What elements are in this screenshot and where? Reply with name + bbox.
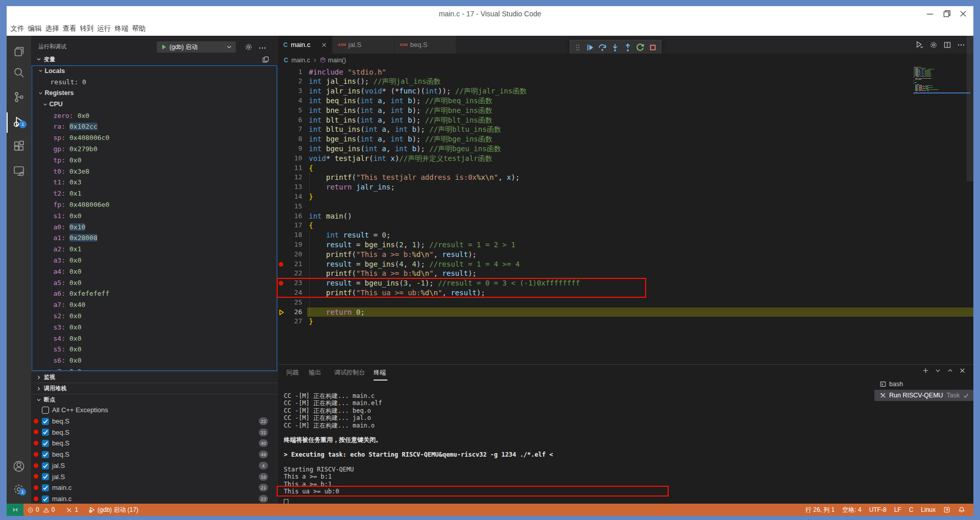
maximize-button[interactable] xyxy=(942,6,952,21)
feedback-icon[interactable] xyxy=(943,506,950,513)
tab-jal.S[interactable]: ASMjal.S xyxy=(333,36,394,54)
tree-item-register-s3[interactable]: s3:0x0 xyxy=(32,321,277,333)
tree-item-register-t1[interactable]: t1:0x3 xyxy=(32,177,277,188)
variables-panel-icon[interactable] xyxy=(262,56,270,63)
explorer-icon[interactable] xyxy=(13,45,25,58)
tree-item-register-a5[interactable]: a5:0x0 xyxy=(32,277,277,288)
more-actions-icon[interactable] xyxy=(957,41,965,49)
tree-item-register-a1[interactable]: a1:0x28008 xyxy=(32,232,277,244)
tree-item-register-s4[interactable]: s4:0x0 xyxy=(32,333,277,344)
cursor-position[interactable]: 行 26, 列 1 xyxy=(805,506,835,514)
chevron-down-icon[interactable] xyxy=(934,367,942,374)
breakpoints-section-header[interactable]: 断点 xyxy=(31,394,278,405)
account-icon[interactable] xyxy=(13,460,25,472)
breakpoint-dot-icon[interactable] xyxy=(279,262,283,267)
tree-item-register-s7[interactable]: s7:0x0 xyxy=(32,366,277,371)
tab-main.c[interactable]: Cmain.c xyxy=(278,36,332,54)
breakpoint-row[interactable]: beq.S49 xyxy=(31,449,278,460)
editor-scrollbar[interactable] xyxy=(967,36,973,181)
panel-tab-调试控制台[interactable]: 调试控制台 xyxy=(334,365,365,380)
breakpoint-row[interactable]: beq.S31 xyxy=(31,427,278,438)
tree-item-register-a7[interactable]: a7:0x40 xyxy=(32,299,277,311)
variables-section-header[interactable]: 变量 xyxy=(31,54,278,65)
tree-item-register-t0[interactable]: t0:0x3e8 xyxy=(32,166,277,177)
tree-item-register-a6[interactable]: a6:0xfefefeff xyxy=(32,288,277,299)
minimize-button[interactable] xyxy=(925,6,935,21)
tab-close-icon[interactable] xyxy=(321,41,328,49)
tree-item-register-s5[interactable]: s5:0x0 xyxy=(32,344,277,355)
problems-status[interactable]: 0 0 xyxy=(27,506,55,513)
tree-item-register-gp[interactable]: gp:0x279b0 xyxy=(32,144,277,155)
panel-tab-终端[interactable]: 终端 xyxy=(374,365,386,380)
tree-item-register-a0[interactable]: a0:0x10 xyxy=(32,221,277,232)
notifications-bell-icon[interactable] xyxy=(958,506,965,513)
breakpoint-row[interactable]: jal.S16 xyxy=(31,471,278,482)
checkbox-checked[interactable] xyxy=(42,462,49,469)
tree-item-registers[interactable]: Registers xyxy=(32,88,277,99)
breakpoint-row[interactable]: jal.S4 xyxy=(31,460,278,471)
menu-item-4[interactable]: 转到 xyxy=(78,24,95,33)
breadcrumb-file[interactable]: main.c xyxy=(291,57,310,64)
breakpoint-row[interactable]: beq.S22 xyxy=(31,416,278,427)
search-icon[interactable] xyxy=(13,66,25,79)
close-button[interactable] xyxy=(958,6,968,21)
tree-item-register-sp[interactable]: sp:0x408006c0 xyxy=(32,132,277,144)
breakpoint-row[interactable]: beq.S40 xyxy=(31,438,278,449)
menu-item-7[interactable]: 帮助 xyxy=(130,24,148,33)
toolbar-grip-icon[interactable] xyxy=(574,43,582,52)
debug-session-status[interactable]: (gdb) 启动 (17) xyxy=(88,506,138,514)
breakpoint-row[interactable]: main.c21 xyxy=(31,482,278,493)
checkbox-checked[interactable] xyxy=(42,473,49,480)
encoding[interactable]: UTF-8 xyxy=(869,506,887,513)
tree-item-register-ra[interactable]: ra:0x102cc xyxy=(32,121,277,132)
remote-explorer-icon[interactable] xyxy=(13,164,25,177)
debug-settings-gear-icon[interactable] xyxy=(244,43,253,51)
tree-item-register-tp[interactable]: tp:0x0 xyxy=(32,154,277,166)
run-file-icon[interactable] xyxy=(915,40,924,49)
source-control-icon[interactable] xyxy=(13,91,25,103)
launch-config-dropdown[interactable]: (gdb) 启动 xyxy=(157,41,236,53)
task-item-Run RISCV-QEMU[interactable]: Run RISCV-QEMUTask xyxy=(874,390,973,401)
step-over-icon[interactable] xyxy=(598,43,607,52)
remote-indicator[interactable] xyxy=(7,504,23,516)
code-area[interactable]: 1#include "stdio.h"2int jal_ins(); //声明j… xyxy=(278,66,973,364)
extensions-icon[interactable] xyxy=(13,140,25,152)
checkbox-checked[interactable] xyxy=(42,440,49,447)
callstack-section-header[interactable]: 调用堆栈 xyxy=(31,383,278,394)
panel-tab-问题[interactable]: 问题 xyxy=(286,365,299,380)
restart-icon[interactable] xyxy=(635,43,645,52)
menu-item-2[interactable]: 选择 xyxy=(43,24,61,33)
tree-item-locals[interactable]: Locals xyxy=(32,65,277,77)
eol-setting[interactable]: LF xyxy=(894,506,901,513)
menu-item-1[interactable]: 编辑 xyxy=(26,24,43,33)
gear-icon[interactable] xyxy=(929,41,938,49)
running-tasks-status[interactable]: 1 xyxy=(66,506,78,513)
tree-item-local-result[interactable]: result: 0 xyxy=(32,77,277,88)
tree-item-register-a2[interactable]: a2:0x1 xyxy=(32,244,277,255)
maximize-panel-icon[interactable] xyxy=(946,367,954,374)
tree-item-register-t2[interactable]: t2:0x1 xyxy=(32,188,277,199)
tree-item-cpu[interactable]: CPU xyxy=(32,99,277,110)
step-into-icon[interactable] xyxy=(610,43,620,52)
checkbox-checked[interactable] xyxy=(42,495,49,503)
breakpoint-exceptions[interactable]: All C++ Exceptions xyxy=(31,405,278,416)
new-terminal-icon[interactable] xyxy=(922,367,929,374)
checkbox-checked[interactable] xyxy=(42,429,49,436)
checkbox-checked[interactable] xyxy=(42,484,49,491)
watch-section-header[interactable]: 监视 xyxy=(31,371,278,383)
sidebar-more-actions-icon[interactable] xyxy=(258,44,266,52)
continue-icon[interactable] xyxy=(585,43,595,52)
language-mode[interactable]: C xyxy=(909,506,914,513)
checkbox-checked[interactable] xyxy=(42,418,49,425)
tree-item-register-s1[interactable]: s1:0x0 xyxy=(32,210,277,221)
checkbox-unchecked[interactable] xyxy=(42,407,49,414)
tree-item-register-s2[interactable]: s2:0x0 xyxy=(32,311,277,322)
breakpoint-row[interactable]: main.c23 xyxy=(31,493,278,504)
menu-item-0[interactable]: 文件 xyxy=(9,24,26,33)
indent-setting[interactable]: 空格: 4 xyxy=(842,506,861,514)
breadcrumb-symbol[interactable]: main() xyxy=(328,57,346,64)
menu-item-5[interactable]: 运行 xyxy=(95,24,113,33)
tree-item-register-a4[interactable]: a4:0x0 xyxy=(32,266,277,277)
tree-item-register-a3[interactable]: a3:0x0 xyxy=(32,255,277,266)
tree-item-register-fp[interactable]: fp:0x408006e0 xyxy=(32,199,277,210)
